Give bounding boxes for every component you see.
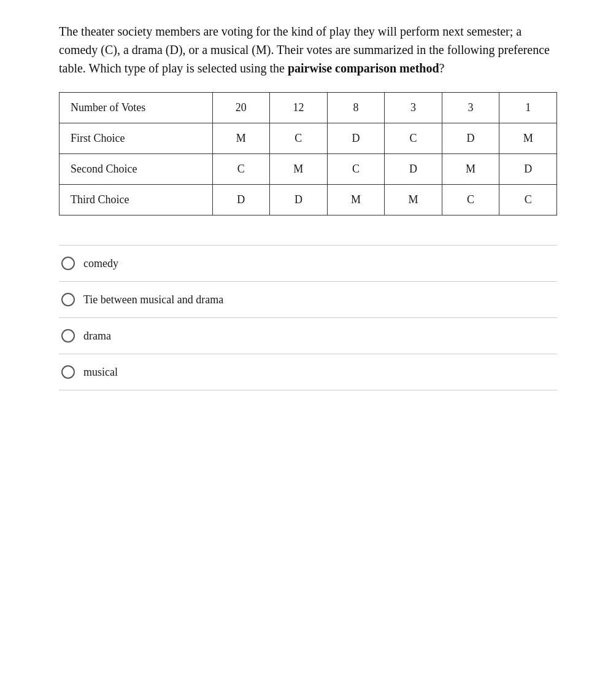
first-choice-v1: M bbox=[212, 123, 270, 154]
third-choice-v4: M bbox=[385, 185, 442, 215]
third-choice-v5: C bbox=[442, 185, 499, 215]
question-text-part2: ? bbox=[439, 61, 445, 75]
first-choice-v2: C bbox=[270, 123, 328, 154]
table-header-label: Number of Votes bbox=[60, 93, 213, 123]
first-choice-v3: D bbox=[327, 123, 385, 154]
radio-tie[interactable] bbox=[61, 293, 75, 306]
second-choice-v4: D bbox=[385, 154, 442, 185]
option-musical-label: musical bbox=[83, 366, 118, 379]
third-choice-v6: C bbox=[499, 185, 557, 215]
options-section: comedy Tie between musical and drama dra… bbox=[59, 245, 557, 390]
table-row-second-choice: Second Choice C M C D M D bbox=[60, 154, 557, 185]
preference-table: Number of Votes 20 12 8 3 3 1 First Choi… bbox=[59, 92, 557, 215]
option-tie-label: Tie between musical and drama bbox=[83, 293, 223, 306]
table-row-third-choice: Third Choice D D M M C C bbox=[60, 185, 557, 215]
question-text-bold: pairwise comparison method bbox=[288, 61, 439, 75]
option-comedy[interactable]: comedy bbox=[59, 245, 557, 282]
table-header-col3: 8 bbox=[327, 93, 385, 123]
third-choice-v3: M bbox=[327, 185, 385, 215]
second-choice-v6: D bbox=[499, 154, 557, 185]
first-choice-label: First Choice bbox=[60, 123, 213, 154]
table-row-first-choice: First Choice M C D C D M bbox=[60, 123, 557, 154]
table-header-col2: 12 bbox=[270, 93, 328, 123]
second-choice-v1: C bbox=[212, 154, 270, 185]
radio-drama[interactable] bbox=[61, 329, 75, 343]
radio-musical[interactable] bbox=[61, 365, 75, 379]
third-choice-v1: D bbox=[212, 185, 270, 215]
second-choice-label: Second Choice bbox=[60, 154, 213, 185]
second-choice-v2: M bbox=[270, 154, 328, 185]
page-container: The theater society members are voting f… bbox=[44, 0, 572, 415]
table-header-row: Number of Votes 20 12 8 3 3 1 bbox=[60, 93, 557, 123]
first-choice-v5: D bbox=[442, 123, 499, 154]
table-header-col5: 3 bbox=[442, 93, 499, 123]
radio-comedy[interactable] bbox=[61, 257, 75, 270]
option-musical[interactable]: musical bbox=[59, 354, 557, 390]
option-drama-label: drama bbox=[83, 330, 111, 343]
option-tie[interactable]: Tie between musical and drama bbox=[59, 282, 557, 318]
first-choice-v4: C bbox=[385, 123, 442, 154]
table-header-col4: 3 bbox=[385, 93, 442, 123]
first-choice-v6: M bbox=[499, 123, 557, 154]
question-text: The theater society members are voting f… bbox=[59, 22, 557, 77]
option-comedy-label: comedy bbox=[83, 257, 118, 270]
second-choice-v3: C bbox=[327, 154, 385, 185]
second-choice-v5: M bbox=[442, 154, 499, 185]
option-drama[interactable]: drama bbox=[59, 318, 557, 354]
third-choice-v2: D bbox=[270, 185, 328, 215]
table-header-col1: 20 bbox=[212, 93, 270, 123]
table-header-col6: 1 bbox=[499, 93, 557, 123]
third-choice-label: Third Choice bbox=[60, 185, 213, 215]
